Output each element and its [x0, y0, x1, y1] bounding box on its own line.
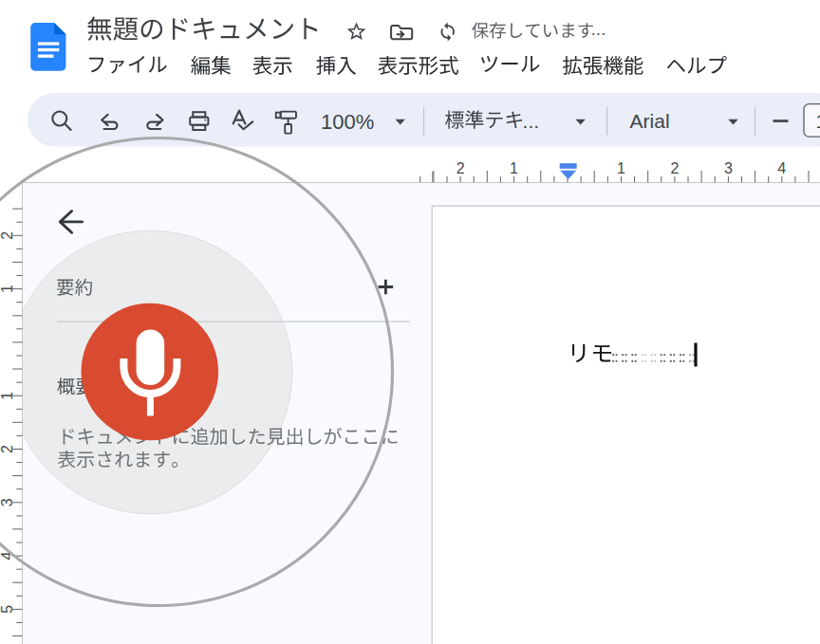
svg-text:2: 2 [457, 160, 465, 176]
svg-text:11: 11 [816, 111, 820, 132]
svg-text:1: 1 [617, 160, 625, 176]
svg-text:Arial: Arial [630, 110, 670, 132]
svg-text:2: 2 [670, 160, 679, 176]
svg-text:...: ... [591, 19, 606, 39]
svg-text:1: 1 [0, 285, 15, 293]
svg-text:3: 3 [0, 498, 15, 506]
svg-text:1: 1 [0, 392, 15, 400]
svg-text:100%: 100% [321, 110, 374, 134]
svg-text:3: 3 [724, 160, 733, 176]
svg-text:...: ... [523, 110, 540, 132]
svg-text:1: 1 [510, 160, 518, 176]
svg-text:4: 4 [777, 160, 786, 176]
svg-text:2: 2 [0, 445, 15, 453]
svg-text:2: 2 [0, 231, 15, 240]
svg-text:5: 5 [0, 605, 15, 614]
